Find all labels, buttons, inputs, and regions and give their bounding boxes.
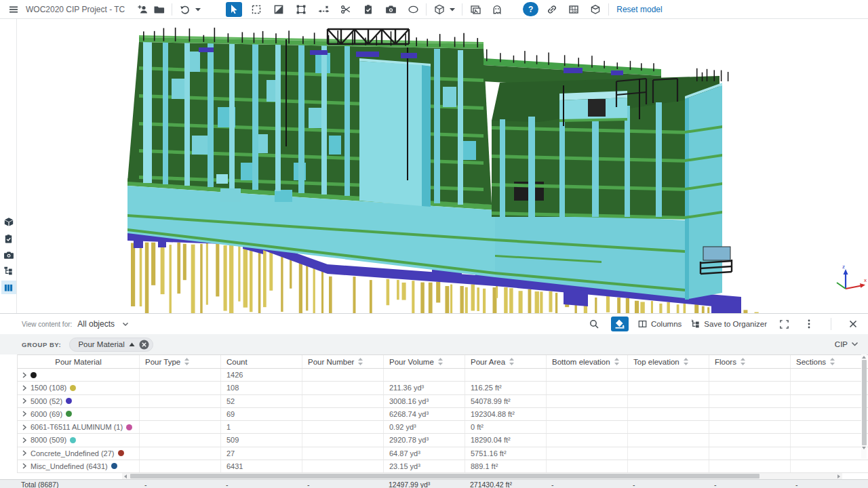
- scope-dropdown[interactable]: CIP: [835, 340, 859, 348]
- row-expand-icon[interactable]: [22, 437, 27, 443]
- search-button[interactable]: [586, 317, 602, 331]
- row-expand-icon[interactable]: [22, 463, 27, 469]
- table-cell-count: 1: [221, 421, 302, 433]
- tree-hierarchy-icon: [3, 266, 14, 277]
- clip-tool-button[interactable]: [338, 2, 354, 17]
- sort-icon: [684, 358, 688, 365]
- column-header-floors[interactable]: Floors: [709, 355, 791, 368]
- scope-label: CIP: [835, 340, 848, 348]
- table-row[interactable]: Concrete_Undefined (27)2764.87 yd³5751.1…: [18, 447, 868, 460]
- view-content-dropdown[interactable]: All objects: [77, 319, 129, 329]
- link-tool-button[interactable]: [544, 2, 560, 17]
- column-header-pour_type[interactable]: Pour Type: [140, 355, 221, 368]
- table-row[interactable]: Misc_Undefined (6431)643123.15 yd³889.1 …: [18, 460, 868, 473]
- cube-icon: [434, 4, 445, 15]
- sort-icon: [509, 358, 514, 365]
- table-cell-volume: 6268.74 yd³: [384, 408, 465, 420]
- boundary-select-button[interactable]: [293, 2, 309, 17]
- column-header-label: Pour Volume: [389, 358, 434, 366]
- todo-tool-button[interactable]: [360, 2, 376, 17]
- table-row[interactable]: 6000 (69)696268.74 yd³192304.88 ft²: [18, 408, 868, 421]
- column-header-material[interactable]: Pour Material: [18, 355, 140, 368]
- table-cell-volume: 0.92 yd³: [384, 421, 465, 433]
- sidebar-todo-button[interactable]: [1, 232, 16, 245]
- undo-menu-button[interactable]: [193, 2, 203, 17]
- open-folder-button[interactable]: [151, 2, 167, 17]
- toolbar-divider: [462, 3, 462, 16]
- organizer-tree-icon: [690, 319, 701, 329]
- table-cell-count: 6431: [221, 460, 302, 472]
- column-header-top_elevation[interactable]: Top elevation: [628, 355, 709, 368]
- model-viewport[interactable]: z x: [17, 19, 868, 313]
- table-cell-pour_type: [140, 460, 221, 472]
- sidebar-organizer-button[interactable]: [1, 264, 16, 278]
- invert-selection-button[interactable]: [271, 2, 287, 17]
- fullscreen-button[interactable]: [776, 317, 792, 331]
- row-expand-icon[interactable]: [22, 385, 27, 391]
- table-cell-pour_type: [140, 408, 221, 420]
- clipboard-check-icon: [363, 4, 374, 15]
- column-header-bottom_elevation[interactable]: Bottom elevation: [547, 355, 628, 368]
- presentation-view-button[interactable]: [467, 2, 484, 17]
- reset-model-button[interactable]: Reset model: [616, 5, 662, 14]
- measure-tool-button[interactable]: [315, 2, 332, 17]
- table-cell-bottom_elevation: [547, 382, 628, 394]
- model-box-button[interactable]: [587, 2, 604, 17]
- view-mode-menu-button[interactable]: [448, 2, 457, 17]
- scroll-down-arrow[interactable]: [861, 445, 867, 451]
- table-cell-pour_type: [140, 434, 221, 446]
- scroll-left-arrow[interactable]: [122, 473, 129, 479]
- help-mode-button[interactable]: ?: [523, 2, 538, 16]
- more-options-button[interactable]: [801, 317, 817, 331]
- group-by-bar: GROUP BY: Pour Material CIP: [0, 334, 868, 354]
- table-row[interactable]: 8000 (509)5092920.78 yd³18290.04 ft²: [18, 434, 868, 447]
- save-to-organizer-button[interactable]: Save to Organizer: [690, 319, 767, 329]
- row-expand-icon[interactable]: [22, 372, 27, 378]
- table-cell-pour_number: [302, 408, 384, 420]
- sidebar-views-button[interactable]: [1, 248, 16, 262]
- contrast-square-icon: [273, 4, 284, 15]
- horizontal-scroll-thumb[interactable]: [130, 474, 760, 479]
- color-by-button[interactable]: [611, 317, 629, 331]
- scroll-right-arrow[interactable]: [835, 473, 842, 479]
- table-row[interactable]: 1426: [18, 369, 868, 382]
- row-expand-icon[interactable]: [22, 398, 27, 404]
- undo-button[interactable]: [177, 2, 193, 17]
- group-by-label: GROUP BY:: [22, 341, 61, 348]
- sidebar-models-button[interactable]: [1, 216, 16, 229]
- column-header-count[interactable]: Count: [221, 355, 302, 368]
- section-grid-button[interactable]: [566, 2, 582, 17]
- column-header-area[interactable]: Pour Area: [465, 355, 547, 368]
- view-mode-button[interactable]: [431, 2, 448, 17]
- table-cell-volume: 23.15 yd³: [384, 460, 465, 472]
- marquee-select-button[interactable]: [248, 2, 264, 17]
- table-cell-pour_type: [140, 447, 221, 460]
- row-expand-icon[interactable]: [22, 424, 27, 430]
- table-cell-floors: [709, 408, 791, 420]
- horizontal-scrollbar[interactable]: [122, 473, 842, 479]
- columns-button[interactable]: Columns: [637, 319, 682, 329]
- sidebar-table-button[interactable]: [1, 281, 16, 294]
- main-menu-button[interactable]: [5, 2, 22, 17]
- column-header-volume[interactable]: Pour Volume: [384, 355, 465, 368]
- column-header-pour_number[interactable]: Pour Number: [302, 355, 384, 368]
- ghost-mode-button[interactable]: [489, 2, 505, 17]
- row-expand-icon[interactable]: [22, 411, 27, 417]
- remove-group-icon[interactable]: [139, 340, 149, 350]
- markup-cloud-button[interactable]: [405, 2, 421, 17]
- table-row[interactable]: 1500 (108)108211.36 yd³116.25 ft²: [18, 382, 868, 394]
- vertical-scrollbar[interactable]: [861, 354, 867, 459]
- group-by-pill[interactable]: Pour Material: [69, 338, 153, 352]
- row-expand-icon[interactable]: [22, 450, 27, 456]
- material-label: 1500 (108): [31, 384, 66, 392]
- close-panel-button[interactable]: [845, 317, 861, 331]
- cloud-shape-icon: [408, 4, 419, 15]
- select-tool-button[interactable]: [226, 2, 242, 17]
- column-header-sections[interactable]: Sections: [791, 355, 868, 368]
- snapshot-tool-button[interactable]: [382, 2, 399, 17]
- table-row[interactable]: 6061-T6511 ALUMINUM (1)10.92 yd³0 ft²: [18, 421, 868, 434]
- scroll-up-arrow[interactable]: [861, 354, 867, 360]
- vertical-scroll-thumb[interactable]: [862, 360, 867, 445]
- table-row[interactable]: 5000 (52)523008.16 yd³54078.99 ft²: [18, 395, 868, 408]
- share-project-button[interactable]: [134, 2, 151, 17]
